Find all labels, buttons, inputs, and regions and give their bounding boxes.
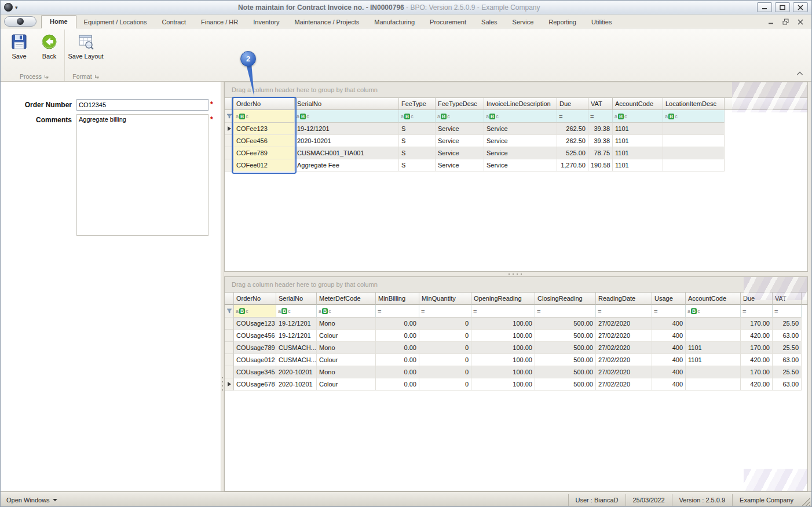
comments-textarea[interactable] <box>76 114 209 236</box>
column-header-locationitemdesc[interactable]: LocationItemDesc <box>663 98 725 110</box>
cell[interactable]: 400 <box>652 378 686 391</box>
maximize-button[interactable] <box>775 2 790 12</box>
cell[interactable]: 1101 <box>613 147 663 159</box>
tab-maintenance-projects[interactable]: Maintenance / Projects <box>287 16 367 28</box>
close-button[interactable] <box>793 2 808 12</box>
cell[interactable]: Service <box>484 123 557 135</box>
mdi-minimize-icon[interactable] <box>768 19 774 24</box>
tab-contract[interactable]: Contract <box>154 16 193 28</box>
column-header-feetypedesc[interactable]: FeeTypeDesc <box>436 98 484 110</box>
cell[interactable]: 500.00 <box>535 330 596 342</box>
fees-groupby-area[interactable]: Drag a column header here to group by th… <box>225 82 807 98</box>
cell[interactable]: 1101 <box>613 135 663 147</box>
app-icon[interactable] <box>4 3 13 12</box>
usage-groupby-area[interactable]: Drag a column header here to group by th… <box>225 277 807 293</box>
tab-finance-hr[interactable]: Finance / HR <box>193 16 246 28</box>
cell[interactable]: 2020-10201 <box>276 378 317 391</box>
cell[interactable]: 1,270.50 <box>557 159 588 172</box>
cell[interactable]: 27/02/2020 <box>596 318 652 330</box>
filter-cell-serialno[interactable]: aBc <box>276 305 317 318</box>
cell[interactable]: 100.00 <box>471 318 535 330</box>
cell[interactable]: CUSMACH001_TIA001 <box>295 147 399 159</box>
cell[interactable]: Colour <box>317 378 376 391</box>
cell[interactable]: 262.50 <box>557 135 588 147</box>
cell[interactable]: COFee012 <box>234 159 295 172</box>
cell[interactable]: 25.50 <box>773 318 802 330</box>
cell[interactable] <box>663 123 725 135</box>
tab-utilities[interactable]: Utilities <box>584 16 619 28</box>
cell[interactable]: 27/02/2020 <box>596 354 652 366</box>
cell[interactable]: 0.00 <box>376 366 419 378</box>
column-header-vat[interactable]: VAT <box>773 293 802 305</box>
filter-cell-closingreading[interactable]: = <box>535 305 596 318</box>
cell[interactable]: 2020-10201 <box>276 366 317 378</box>
cell[interactable]: COFee456 <box>234 135 295 147</box>
cell[interactable]: 27/02/2020 <box>596 366 652 378</box>
cell[interactable]: Service <box>436 135 484 147</box>
cell[interactable]: Service <box>484 135 557 147</box>
cell[interactable]: 170.00 <box>741 366 773 378</box>
cell[interactable]: Mono <box>317 342 376 354</box>
filter-cell-minbilling[interactable]: = <box>376 305 419 318</box>
cell[interactable]: S <box>399 123 436 135</box>
cell[interactable]: 0 <box>419 354 471 366</box>
filter-cell-readingdate[interactable]: = <box>596 305 652 318</box>
cell[interactable]: 0.00 <box>376 330 419 342</box>
cell[interactable]: 0.00 <box>376 342 419 354</box>
dialog-launcher-icon[interactable] <box>94 74 99 79</box>
application-menu-button[interactable] <box>4 16 36 27</box>
cell[interactable] <box>686 378 741 391</box>
mdi-close-icon[interactable] <box>798 19 803 25</box>
cell[interactable]: 420.00 <box>741 330 773 342</box>
column-header-orderno[interactable]: OrderNo <box>234 98 295 110</box>
cell[interactable]: COUsage123 <box>234 318 276 330</box>
cell[interactable]: S <box>399 159 436 172</box>
cell[interactable]: 63.00 <box>773 354 802 366</box>
cell[interactable]: 19-12/1201 <box>276 330 317 342</box>
tab-sales[interactable]: Sales <box>474 16 505 28</box>
filter-cell-accountcode[interactable]: aBc <box>613 110 663 123</box>
filter-cell-meterdefcode[interactable]: aBc <box>317 305 376 318</box>
cell[interactable]: 100.00 <box>471 330 535 342</box>
cell[interactable]: 0.00 <box>376 378 419 391</box>
cell[interactable]: COUsage345 <box>234 366 276 378</box>
cell[interactable]: 0.00 <box>376 318 419 330</box>
dialog-launcher-icon[interactable] <box>44 74 49 79</box>
filter-cell-feetypedesc[interactable]: aBc <box>436 110 484 123</box>
cell[interactable]: 500.00 <box>535 366 596 378</box>
cell[interactable]: Service <box>436 159 484 172</box>
column-header-usage[interactable]: Usage <box>652 293 686 305</box>
tab-inventory[interactable]: Inventory <box>246 16 287 28</box>
cell[interactable]: 19-12/1201 <box>276 318 317 330</box>
mdi-restore-icon[interactable] <box>782 19 789 25</box>
cell[interactable]: 39.38 <box>588 123 613 135</box>
cell[interactable] <box>686 318 741 330</box>
cell[interactable]: 190.58 <box>588 159 613 172</box>
cell[interactable]: Aggregate Fee <box>295 159 399 172</box>
cell[interactable]: 39.38 <box>588 135 613 147</box>
cell[interactable]: 170.00 <box>741 342 773 354</box>
filter-cell-invoicelinedescription[interactable]: aBc <box>484 110 557 123</box>
filter-cell-minquantity[interactable]: = <box>419 305 471 318</box>
filter-cell-accountcode[interactable]: aBc <box>686 305 741 318</box>
filter-cell-orderno[interactable]: aBc <box>234 110 295 123</box>
cell[interactable]: 27/02/2020 <box>596 342 652 354</box>
cell[interactable]: 500.00 <box>535 354 596 366</box>
save-layout-button[interactable]: Save Layout <box>65 30 107 71</box>
column-header-readingdate[interactable]: ReadingDate <box>596 293 652 305</box>
tab-manufacturing[interactable]: Manufacturing <box>367 16 422 28</box>
cell[interactable]: 262.50 <box>557 123 588 135</box>
cell[interactable]: 500.00 <box>535 318 596 330</box>
column-header-accountcode[interactable]: AccountCode <box>613 98 663 110</box>
cell[interactable]: 27/02/2020 <box>596 378 652 391</box>
cell[interactable]: 27/02/2020 <box>596 330 652 342</box>
tab-service[interactable]: Service <box>505 16 542 28</box>
cell[interactable] <box>663 159 725 172</box>
column-header-vat[interactable]: VAT <box>588 98 613 110</box>
cell[interactable]: Service <box>436 147 484 159</box>
column-header-meterdefcode[interactable]: MeterDefCode <box>317 293 376 305</box>
resize-grip[interactable] <box>802 497 810 506</box>
column-header-minbilling[interactable]: MinBilling <box>376 293 419 305</box>
cell[interactable]: 0 <box>419 366 471 378</box>
cell[interactable] <box>663 135 725 147</box>
